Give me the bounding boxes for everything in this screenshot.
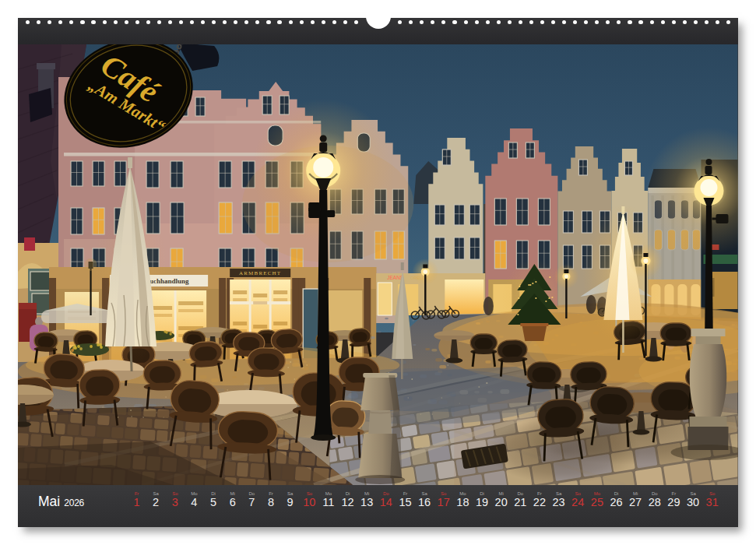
svg-text:ARMBRECHT: ARMBRECHT [239, 271, 281, 277]
